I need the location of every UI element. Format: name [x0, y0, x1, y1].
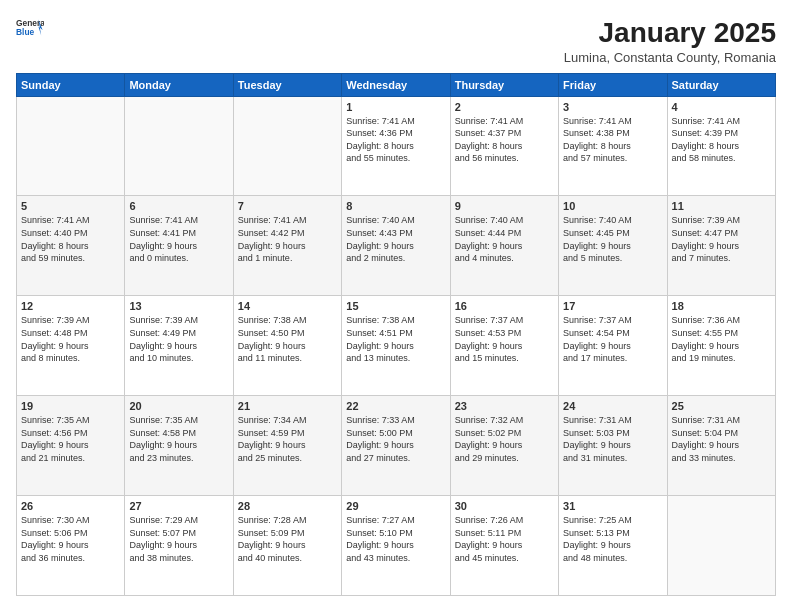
- day-number: 29: [346, 500, 445, 512]
- day-number: 1: [346, 101, 445, 113]
- calendar-cell: 1Sunrise: 7:41 AMSunset: 4:36 PMDaylight…: [342, 96, 450, 196]
- day-number: 19: [21, 400, 120, 412]
- day-info: Sunrise: 7:31 AMSunset: 5:03 PMDaylight:…: [563, 414, 662, 464]
- day-info: Sunrise: 7:38 AMSunset: 4:51 PMDaylight:…: [346, 314, 445, 364]
- calendar-cell: [17, 96, 125, 196]
- day-info: Sunrise: 7:38 AMSunset: 4:50 PMDaylight:…: [238, 314, 337, 364]
- day-number: 12: [21, 300, 120, 312]
- day-info: Sunrise: 7:37 AMSunset: 4:54 PMDaylight:…: [563, 314, 662, 364]
- day-info: Sunrise: 7:41 AMSunset: 4:38 PMDaylight:…: [563, 115, 662, 165]
- day-info: Sunrise: 7:39 AMSunset: 4:48 PMDaylight:…: [21, 314, 120, 364]
- page: General Blue January 2025 Lumina, Consta…: [0, 0, 792, 612]
- day-number: 7: [238, 200, 337, 212]
- day-number: 27: [129, 500, 228, 512]
- calendar-cell: 10Sunrise: 7:40 AMSunset: 4:45 PMDayligh…: [559, 196, 667, 296]
- day-number: 4: [672, 101, 771, 113]
- calendar-cell: 29Sunrise: 7:27 AMSunset: 5:10 PMDayligh…: [342, 496, 450, 596]
- week-row-2: 12Sunrise: 7:39 AMSunset: 4:48 PMDayligh…: [17, 296, 776, 396]
- calendar-cell: 23Sunrise: 7:32 AMSunset: 5:02 PMDayligh…: [450, 396, 558, 496]
- day-number: 28: [238, 500, 337, 512]
- calendar-cell: 17Sunrise: 7:37 AMSunset: 4:54 PMDayligh…: [559, 296, 667, 396]
- location-subtitle: Lumina, Constanta County, Romania: [564, 50, 776, 65]
- day-number: 16: [455, 300, 554, 312]
- header-friday: Friday: [559, 73, 667, 96]
- day-number: 22: [346, 400, 445, 412]
- calendar-cell: 18Sunrise: 7:36 AMSunset: 4:55 PMDayligh…: [667, 296, 775, 396]
- day-number: 20: [129, 400, 228, 412]
- svg-text:Blue: Blue: [16, 27, 34, 37]
- calendar-cell: 20Sunrise: 7:35 AMSunset: 4:58 PMDayligh…: [125, 396, 233, 496]
- week-row-3: 19Sunrise: 7:35 AMSunset: 4:56 PMDayligh…: [17, 396, 776, 496]
- day-info: Sunrise: 7:41 AMSunset: 4:41 PMDaylight:…: [129, 214, 228, 264]
- calendar-cell: 26Sunrise: 7:30 AMSunset: 5:06 PMDayligh…: [17, 496, 125, 596]
- day-info: Sunrise: 7:32 AMSunset: 5:02 PMDaylight:…: [455, 414, 554, 464]
- title-section: January 2025 Lumina, Constanta County, R…: [564, 16, 776, 65]
- calendar-cell: 21Sunrise: 7:34 AMSunset: 4:59 PMDayligh…: [233, 396, 341, 496]
- day-number: 18: [672, 300, 771, 312]
- day-info: Sunrise: 7:41 AMSunset: 4:40 PMDaylight:…: [21, 214, 120, 264]
- day-number: 15: [346, 300, 445, 312]
- day-info: Sunrise: 7:31 AMSunset: 5:04 PMDaylight:…: [672, 414, 771, 464]
- calendar-cell: 24Sunrise: 7:31 AMSunset: 5:03 PMDayligh…: [559, 396, 667, 496]
- day-number: 6: [129, 200, 228, 212]
- month-title: January 2025: [564, 16, 776, 50]
- calendar-cell: 4Sunrise: 7:41 AMSunset: 4:39 PMDaylight…: [667, 96, 775, 196]
- day-info: Sunrise: 7:34 AMSunset: 4:59 PMDaylight:…: [238, 414, 337, 464]
- calendar-cell: 5Sunrise: 7:41 AMSunset: 4:40 PMDaylight…: [17, 196, 125, 296]
- day-info: Sunrise: 7:39 AMSunset: 4:49 PMDaylight:…: [129, 314, 228, 364]
- day-number: 26: [21, 500, 120, 512]
- calendar-cell: 6Sunrise: 7:41 AMSunset: 4:41 PMDaylight…: [125, 196, 233, 296]
- calendar-cell: 30Sunrise: 7:26 AMSunset: 5:11 PMDayligh…: [450, 496, 558, 596]
- day-info: Sunrise: 7:40 AMSunset: 4:44 PMDaylight:…: [455, 214, 554, 264]
- day-number: 11: [672, 200, 771, 212]
- day-number: 25: [672, 400, 771, 412]
- weekday-header-row: Sunday Monday Tuesday Wednesday Thursday…: [17, 73, 776, 96]
- day-info: Sunrise: 7:41 AMSunset: 4:36 PMDaylight:…: [346, 115, 445, 165]
- calendar-cell: 22Sunrise: 7:33 AMSunset: 5:00 PMDayligh…: [342, 396, 450, 496]
- day-info: Sunrise: 7:30 AMSunset: 5:06 PMDaylight:…: [21, 514, 120, 564]
- logo-icon: General Blue: [16, 16, 44, 44]
- day-info: Sunrise: 7:39 AMSunset: 4:47 PMDaylight:…: [672, 214, 771, 264]
- calendar-cell: [667, 496, 775, 596]
- calendar-cell: [233, 96, 341, 196]
- day-info: Sunrise: 7:35 AMSunset: 4:58 PMDaylight:…: [129, 414, 228, 464]
- day-number: 8: [346, 200, 445, 212]
- calendar-cell: 27Sunrise: 7:29 AMSunset: 5:07 PMDayligh…: [125, 496, 233, 596]
- day-number: 13: [129, 300, 228, 312]
- week-row-0: 1Sunrise: 7:41 AMSunset: 4:36 PMDaylight…: [17, 96, 776, 196]
- day-number: 9: [455, 200, 554, 212]
- day-info: Sunrise: 7:37 AMSunset: 4:53 PMDaylight:…: [455, 314, 554, 364]
- header-saturday: Saturday: [667, 73, 775, 96]
- week-row-1: 5Sunrise: 7:41 AMSunset: 4:40 PMDaylight…: [17, 196, 776, 296]
- day-info: Sunrise: 7:41 AMSunset: 4:39 PMDaylight:…: [672, 115, 771, 165]
- header-thursday: Thursday: [450, 73, 558, 96]
- day-number: 21: [238, 400, 337, 412]
- header: General Blue January 2025 Lumina, Consta…: [16, 16, 776, 65]
- day-number: 5: [21, 200, 120, 212]
- day-number: 17: [563, 300, 662, 312]
- day-info: Sunrise: 7:25 AMSunset: 5:13 PMDaylight:…: [563, 514, 662, 564]
- day-info: Sunrise: 7:27 AMSunset: 5:10 PMDaylight:…: [346, 514, 445, 564]
- calendar-cell: 9Sunrise: 7:40 AMSunset: 4:44 PMDaylight…: [450, 196, 558, 296]
- day-number: 31: [563, 500, 662, 512]
- day-info: Sunrise: 7:40 AMSunset: 4:43 PMDaylight:…: [346, 214, 445, 264]
- logo: General Blue: [16, 16, 44, 44]
- header-wednesday: Wednesday: [342, 73, 450, 96]
- day-number: 23: [455, 400, 554, 412]
- day-number: 30: [455, 500, 554, 512]
- day-info: Sunrise: 7:35 AMSunset: 4:56 PMDaylight:…: [21, 414, 120, 464]
- calendar-cell: 14Sunrise: 7:38 AMSunset: 4:50 PMDayligh…: [233, 296, 341, 396]
- day-number: 2: [455, 101, 554, 113]
- calendar-cell: 16Sunrise: 7:37 AMSunset: 4:53 PMDayligh…: [450, 296, 558, 396]
- day-info: Sunrise: 7:26 AMSunset: 5:11 PMDaylight:…: [455, 514, 554, 564]
- day-info: Sunrise: 7:28 AMSunset: 5:09 PMDaylight:…: [238, 514, 337, 564]
- day-info: Sunrise: 7:33 AMSunset: 5:00 PMDaylight:…: [346, 414, 445, 464]
- week-row-4: 26Sunrise: 7:30 AMSunset: 5:06 PMDayligh…: [17, 496, 776, 596]
- calendar-cell: 7Sunrise: 7:41 AMSunset: 4:42 PMDaylight…: [233, 196, 341, 296]
- calendar-cell: 25Sunrise: 7:31 AMSunset: 5:04 PMDayligh…: [667, 396, 775, 496]
- header-sunday: Sunday: [17, 73, 125, 96]
- calendar-cell: 12Sunrise: 7:39 AMSunset: 4:48 PMDayligh…: [17, 296, 125, 396]
- day-number: 14: [238, 300, 337, 312]
- day-info: Sunrise: 7:41 AMSunset: 4:37 PMDaylight:…: [455, 115, 554, 165]
- calendar-cell: 13Sunrise: 7:39 AMSunset: 4:49 PMDayligh…: [125, 296, 233, 396]
